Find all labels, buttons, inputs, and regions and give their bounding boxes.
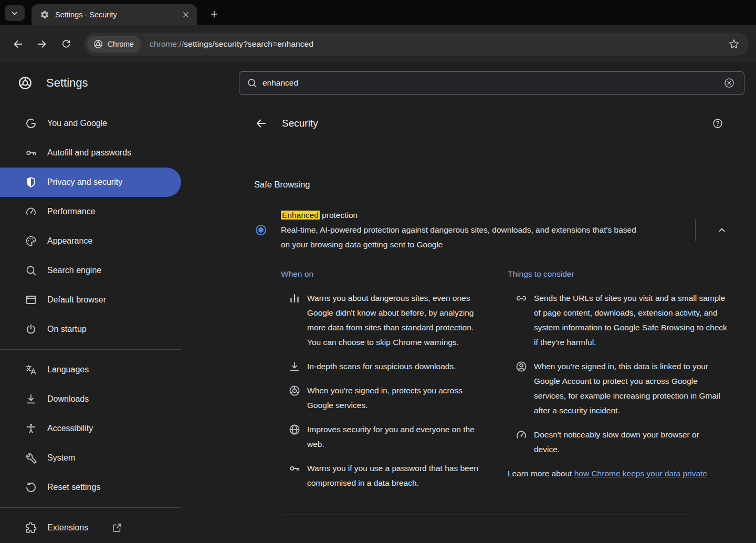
row-divider [695, 219, 696, 241]
back-nav-button[interactable] [7, 34, 28, 55]
browser-tab[interactable]: Settings - Security [32, 4, 197, 25]
arrow-right-icon [36, 38, 48, 50]
sidebar-item-languages[interactable]: Languages [0, 355, 181, 384]
translate-icon [25, 363, 37, 376]
site-info-chip[interactable]: Chrome [87, 36, 141, 53]
settings-title: Settings [46, 76, 88, 90]
feature-text: Doesn't noticeably slow down your browse… [534, 427, 727, 457]
puzzle-icon [25, 521, 37, 534]
settings-sidebar: You and Google Autofill and passwords Pr… [0, 103, 239, 543]
learn-more-prefix: Learn more about [508, 469, 574, 478]
sidebar-item-label: System [47, 453, 75, 463]
sidebar-item-label: Search engine [47, 266, 101, 275]
clear-search-button[interactable] [721, 75, 737, 91]
back-button[interactable] [250, 113, 271, 134]
help-button[interactable] [707, 113, 728, 134]
feature-text: Sends the URLs of sites you visit and a … [534, 291, 727, 350]
chrome-settings-logo-icon [17, 75, 33, 91]
when-on-column: When on Warns you about dangerous sites,… [281, 267, 488, 490]
browser-window-icon [25, 294, 37, 306]
close-icon [181, 10, 191, 19]
arrow-left-icon [12, 38, 24, 50]
sidebar-item-on-startup[interactable]: On startup [0, 315, 181, 344]
sidebar-item-privacy-security[interactable]: Privacy and security [0, 168, 181, 197]
sidebar-item-performance[interactable]: Performance [0, 197, 181, 226]
sidebar-item-label: Appearance [47, 236, 92, 246]
download-scan-icon [288, 360, 301, 374]
sidebar-item-autofill[interactable]: Autofill and passwords [0, 138, 181, 168]
open-in-new-icon [112, 523, 122, 533]
clear-circle-icon [723, 77, 735, 89]
enhanced-protection-radio[interactable] [256, 225, 266, 235]
option-divider [281, 515, 690, 515]
learn-more-link[interactable]: how Chrome keeps your data private [574, 469, 707, 478]
reload-button[interactable] [56, 34, 77, 55]
forward-nav-button[interactable] [32, 34, 52, 55]
option-title-rest: protection [320, 211, 358, 220]
google-g-icon [25, 117, 37, 130]
page-title: Security [282, 118, 318, 129]
browser-toolbar: Chrome chrome://settings/security?search… [0, 25, 756, 62]
sidebar-item-label: Reset settings [47, 483, 100, 492]
speedometer-icon [25, 205, 37, 218]
sidebar-item-label: Default browser [47, 295, 106, 305]
feature-item: When you're signed in, protects you acro… [281, 383, 488, 413]
gear-icon [40, 10, 49, 19]
things-to-consider-column: Things to consider Sends the URLs of sit… [508, 267, 727, 490]
collapse-button[interactable] [711, 220, 732, 241]
globe-icon [288, 423, 301, 452]
key-icon [288, 462, 301, 490]
settings-header: Settings [0, 62, 756, 103]
feature-item: Sends the URLs of sites you visit and a … [508, 291, 727, 350]
sidebar-item-downloads[interactable]: Downloads [0, 384, 181, 414]
star-icon [729, 39, 739, 49]
wrench-icon [25, 452, 37, 464]
reload-icon [61, 39, 71, 49]
feature-text: When you're signed in, protects you acro… [307, 383, 488, 413]
tab-strip: Settings - Security [0, 0, 756, 25]
url-text: chrome://settings/security?search=enhanc… [150, 39, 313, 49]
sidebar-item-search-engine[interactable]: Search engine [0, 256, 181, 285]
sidebar-item-accessibility[interactable]: Accessibility [0, 414, 181, 443]
download-icon [25, 393, 37, 405]
address-bar[interactable]: Chrome chrome://settings/security?search… [84, 33, 749, 56]
sidebar-item-system[interactable]: System [0, 443, 181, 473]
sidebar-divider [0, 507, 181, 508]
sidebar-item-label: Autofill and passwords [47, 148, 131, 158]
chevron-down-icon [9, 8, 20, 18]
option-title: Enhanced protection [281, 208, 643, 223]
new-tab-button[interactable] [205, 5, 223, 23]
help-icon [712, 118, 723, 129]
sidebar-item-appearance[interactable]: Appearance [0, 226, 181, 256]
enhanced-protection-option[interactable]: Enhanced protection Real-time, AI-powere… [254, 208, 732, 252]
settings-search-input[interactable] [262, 78, 721, 88]
sidebar-divider [0, 349, 181, 350]
sidebar-item-label: Performance [47, 207, 96, 216]
bar-chart-icon [288, 292, 301, 350]
main-content: Security Safe Browsing Enhanced protecti… [239, 103, 756, 543]
feature-item: Warns you about dangerous sites, even on… [281, 291, 488, 350]
arrow-left-icon [255, 117, 267, 130]
sidebar-item-you-and-google[interactable]: You and Google [0, 109, 181, 138]
sidebar-item-label: Extensions [47, 523, 88, 532]
feature-text: Warns you if you use a password that has… [307, 461, 488, 490]
palette-icon [25, 235, 37, 247]
feature-item: In-depth scans for suspicious downloads. [281, 359, 488, 374]
bookmark-button[interactable] [724, 35, 743, 54]
settings-search-box[interactable] [239, 71, 744, 95]
shield-icon [25, 176, 37, 189]
sidebar-item-reset-settings[interactable]: Reset settings [0, 473, 181, 502]
feature-text: Improves security for you and everyone o… [307, 422, 488, 452]
tab-close-button[interactable] [179, 8, 193, 22]
chevron-up-icon [716, 224, 728, 236]
things-to-consider-title: Things to consider [508, 267, 727, 281]
sidebar-item-default-browser[interactable]: Default browser [0, 285, 181, 315]
when-on-title: When on [281, 267, 488, 281]
magnifier-icon [25, 264, 37, 277]
search-icon [246, 77, 258, 89]
option-description: Real-time, AI-powered protection against… [281, 223, 643, 252]
tab-search-button[interactable] [5, 5, 25, 21]
feature-text: When you're signed in, this data is link… [534, 359, 727, 418]
sidebar-item-extensions[interactable]: Extensions [0, 513, 181, 542]
sidebar-item-label: On startup [47, 325, 87, 334]
